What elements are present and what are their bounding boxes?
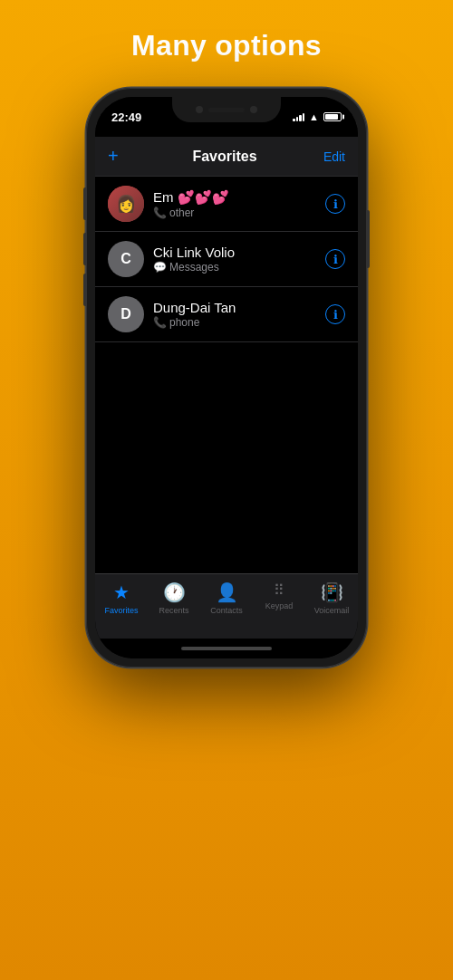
notch-speaker xyxy=(208,108,245,112)
phone-icon: 📞 xyxy=(153,207,167,219)
tab-bar: ★ Favorites 🕐 Recents 👤 Contacts ⠿ Keypa… xyxy=(95,573,358,639)
info-button[interactable]: ℹ xyxy=(325,249,345,269)
home-bar xyxy=(181,647,272,650)
nav-title: Favorites xyxy=(130,149,320,165)
status-time: 22:49 xyxy=(111,110,141,124)
status-bar: 22:49 ▲ xyxy=(95,97,358,137)
contact-info: Em 💕💕💕 📞 other xyxy=(153,189,325,219)
contact-info: Dung-Dai Tan 📞 phone xyxy=(153,300,325,329)
tab-recents[interactable]: 🕐 Recents xyxy=(148,581,200,615)
tab-keypad[interactable]: ⠿ Keypad xyxy=(253,581,305,610)
contact-sub: 💬 Messages xyxy=(153,261,325,274)
notch-camera xyxy=(196,106,203,113)
edit-button[interactable]: Edit xyxy=(320,149,345,164)
star-icon: ★ xyxy=(113,581,130,603)
phone-mockup: 22:49 ▲ xyxy=(86,88,367,668)
contact-info: Cki Link Volio 💬 Messages xyxy=(153,245,325,274)
messages-icon: 💬 xyxy=(153,261,167,274)
notch-sensor xyxy=(250,106,257,113)
contacts-list: 👩 Em 💕💕💕 📞 other ℹ xyxy=(95,177,358,573)
battery-icon xyxy=(323,112,342,121)
tab-label-voicemail: Voicemail xyxy=(314,606,350,615)
tab-label-keypad: Keypad xyxy=(265,601,294,610)
wifi-icon: ▲ xyxy=(309,111,319,122)
keypad-icon: ⠿ xyxy=(274,581,285,599)
contact-name: Em 💕💕💕 xyxy=(153,189,325,206)
notch xyxy=(172,97,281,122)
info-button[interactable]: ℹ xyxy=(325,194,345,214)
page-title: Many options xyxy=(131,29,322,62)
tab-label-favorites: Favorites xyxy=(104,606,138,615)
voicemail-icon: 📳 xyxy=(321,581,343,603)
avatar: C xyxy=(108,241,144,277)
clock-icon: 🕐 xyxy=(163,581,186,603)
person-icon: 👤 xyxy=(216,581,238,603)
tab-contacts[interactable]: 👤 Contacts xyxy=(200,581,253,615)
contact-name: Dung-Dai Tan xyxy=(153,300,325,315)
info-button[interactable]: ℹ xyxy=(325,304,345,324)
avatar-photo: 👩 xyxy=(108,186,144,222)
nav-bar: + Favorites Edit xyxy=(95,137,358,177)
phone-screen: 22:49 ▲ xyxy=(95,97,358,658)
tab-label-contacts: Contacts xyxy=(210,606,243,615)
tab-favorites[interactable]: ★ Favorites xyxy=(95,581,148,615)
tab-voicemail[interactable]: 📳 Voicemail xyxy=(305,581,358,615)
phone-frame: 22:49 ▲ xyxy=(86,88,367,668)
list-item[interactable]: C Cki Link Volio 💬 Messages ℹ xyxy=(95,232,358,287)
avatar: 👩 xyxy=(108,186,144,222)
status-icons: ▲ xyxy=(293,111,342,122)
contact-sub: 📞 phone xyxy=(153,316,325,329)
home-indicator xyxy=(95,639,358,658)
avatar: D xyxy=(108,296,144,332)
add-button[interactable]: + xyxy=(108,146,130,167)
list-item[interactable]: D Dung-Dai Tan 📞 phone ℹ xyxy=(95,287,358,342)
tab-label-recents: Recents xyxy=(159,606,188,615)
contact-name: Cki Link Volio xyxy=(153,245,325,260)
signal-icon xyxy=(293,112,304,121)
contact-sub: 📞 other xyxy=(153,207,325,219)
battery-fill xyxy=(325,114,338,120)
phone-icon: 📞 xyxy=(153,316,167,329)
list-item[interactable]: 👩 Em 💕💕💕 📞 other ℹ xyxy=(95,177,358,232)
